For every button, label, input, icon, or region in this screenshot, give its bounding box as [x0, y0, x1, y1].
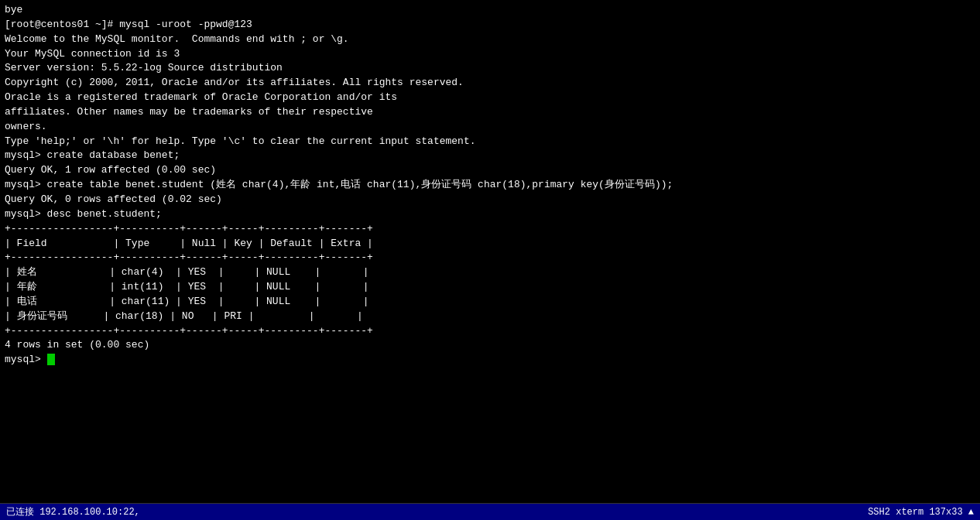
terminal-line: Query OK, 1 row affected (0.00 sec): [5, 163, 975, 178]
cursor: [47, 354, 55, 365]
terminal-line: | Field | Type | Null | Key | Default | …: [5, 237, 975, 251]
terminal-line: +-----------------+----------+------+---…: [5, 251, 975, 265]
terminal-line: +-----------------+----------+------+---…: [5, 324, 975, 339]
connection-status: 已连接 192.168.100.10:22,: [6, 505, 140, 518]
terminal-output[interactable]: bye[root@centos01 ~]# mysql -uroot -ppwd…: [0, 0, 980, 503]
terminal-line: | 年龄 | int(11) | YES | | NULL | |: [5, 280, 975, 295]
terminal-line: bye: [5, 3, 975, 18]
status-bar: 已连接 192.168.100.10:22, SSH2 xterm 137x33…: [0, 503, 980, 520]
session-info: SSH2 xterm 137x33 ▲: [868, 507, 974, 518]
terminal-line: | 姓名 | char(4) | YES | | NULL | |: [5, 265, 975, 280]
terminal-line: mysql>: [5, 353, 975, 368]
terminal-line: mysql> create table benet.student (姓名 ch…: [5, 178, 975, 193]
terminal-line: +-----------------+----------+------+---…: [5, 222, 975, 237]
terminal-line: Type 'help;' or '\h' for help. Type '\c'…: [5, 135, 975, 149]
terminal-line: | 身份证号码 | char(18) | NO | PRI | | |: [5, 310, 975, 324]
terminal-line: Your MySQL connection id is 3: [5, 47, 975, 62]
terminal-line: owners.: [5, 120, 975, 135]
terminal-line: 4 rows in set (0.00 sec): [5, 338, 975, 353]
terminal-line: affiliates. Other names may be trademark…: [5, 105, 975, 120]
terminal-line: Welcome to the MySQL monitor. Commands e…: [5, 32, 975, 47]
terminal-line: mysql> create database benet;: [5, 149, 975, 163]
terminal-line: | 电话 | char(11) | YES | | NULL | |: [5, 295, 975, 310]
terminal-line: Query OK, 0 rows affected (0.02 sec): [5, 193, 975, 207]
terminal-line: [root@centos01 ~]# mysql -uroot -ppwd@12…: [5, 18, 975, 32]
terminal-line: Oracle is a registered trademark of Orac…: [5, 91, 975, 105]
terminal-line: mysql> desc benet.student;: [5, 207, 975, 222]
terminal-line: Copyright (c) 2000, 2011, Oracle and/or …: [5, 76, 975, 91]
terminal-line: Server version: 5.5.22-log Source distri…: [5, 61, 975, 76]
